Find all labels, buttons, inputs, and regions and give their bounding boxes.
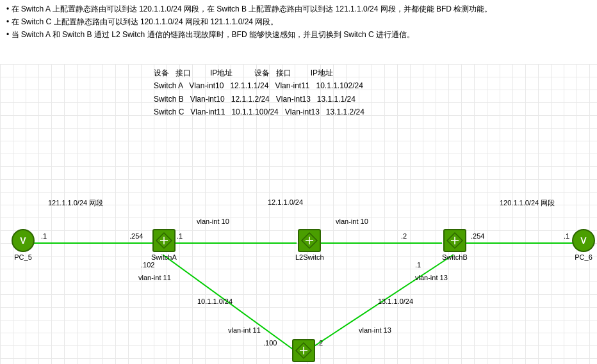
- switchc-dot2: .2: [317, 339, 323, 347]
- col-device1: 设备: [154, 68, 174, 77]
- switchb-label: SwitchB: [442, 253, 468, 261]
- switchc-dot100: .100: [263, 339, 277, 347]
- segment-10: 10.1.1.0/24: [197, 297, 233, 305]
- desc-line-3: • 当 Switch A 和 Switch B 通过 L2 Switch 通信的…: [6, 29, 591, 41]
- device-pc5: V PC_5: [12, 229, 35, 261]
- col-ip1: IP地址: [210, 68, 252, 77]
- switcha-dot102: .102: [141, 261, 154, 269]
- description-text: • 在 Switch A 上配置静态路由可以到达 120.1.1.0/24 网段…: [0, 0, 597, 45]
- switchb-dot2: .2: [401, 232, 407, 240]
- vlan-int11-left: vlan-int 11: [138, 274, 171, 281]
- ip-table: 设备 接口 IP地址 设备 接口 IP地址 Switch A Vlan-int1…: [154, 67, 364, 119]
- switcha-dot1: .1: [177, 232, 183, 240]
- vlan-int11-bottom: vlan-int 11: [228, 326, 261, 334]
- desc-line-2: • 在 Switch C 上配置静态路由可以到达 120.1.1.0/24 网段…: [6, 16, 591, 28]
- segment-13: 13.1.1.0/24: [378, 297, 413, 305]
- switchb-dot254: .254: [471, 232, 484, 240]
- col-iface2: 接口: [276, 68, 309, 77]
- col-device2: 设备: [254, 68, 274, 77]
- col-iface1: 接口: [176, 68, 208, 77]
- table-header: 设备 接口 IP地址 设备 接口 IP地址: [154, 67, 364, 79]
- segment-label-12: 12.1.1.0/24: [268, 198, 303, 206]
- segment-label-121: 121.1.1.0/24 网段: [48, 198, 103, 208]
- device-switcha: SwitchA: [151, 229, 177, 261]
- device-switchb: SwitchB: [442, 229, 468, 261]
- vlan-int13-right: vlan-int 13: [415, 274, 448, 281]
- vlan-int13-bottom: vlan-int 13: [359, 326, 391, 334]
- switchb-dot1: .1: [415, 261, 421, 269]
- segment-label-120: 120.1.1.0/24 网段: [500, 198, 555, 208]
- pc6-dot: .1: [564, 232, 569, 240]
- pc6-icon: V: [572, 229, 595, 252]
- desc-line-1: • 在 Switch A 上配置静态路由可以到达 120.1.1.0/24 网段…: [6, 3, 591, 15]
- pc5-dot: .1: [41, 232, 47, 240]
- table-row-switcha: Switch A Vlan-int10 12.1.1.1/24 Vlan-int…: [154, 79, 364, 92]
- switcha-label: SwitchA: [151, 253, 177, 261]
- table-row-switchb: Switch B Vlan-int10 12.1.1.2/24 Vlan-int…: [154, 93, 364, 106]
- device-pc6: V PC_6: [572, 229, 595, 261]
- col-ip2: IP地址: [311, 68, 333, 77]
- pc5-label: PC_5: [14, 253, 32, 261]
- switcha-dot254: .254: [129, 232, 143, 240]
- pc5-icon: V: [12, 229, 35, 252]
- vlan-int10-left: vlan-int 10: [197, 218, 229, 225]
- pc6-label: PC_6: [575, 253, 593, 261]
- l2switch-icon: [298, 229, 321, 252]
- table-row-switchc: Switch C Vlan-int11 10.1.1.100/24 Vlan-i…: [154, 106, 364, 118]
- switchc-icon: [292, 339, 315, 362]
- switchb-icon: [443, 229, 466, 252]
- switcha-icon: [152, 229, 176, 252]
- device-switchc: SwitchC: [291, 339, 316, 364]
- vlan-int10-right: vlan-int 10: [336, 218, 368, 225]
- device-l2switch: L2Switch: [295, 229, 324, 261]
- l2switch-label: L2Switch: [295, 253, 324, 261]
